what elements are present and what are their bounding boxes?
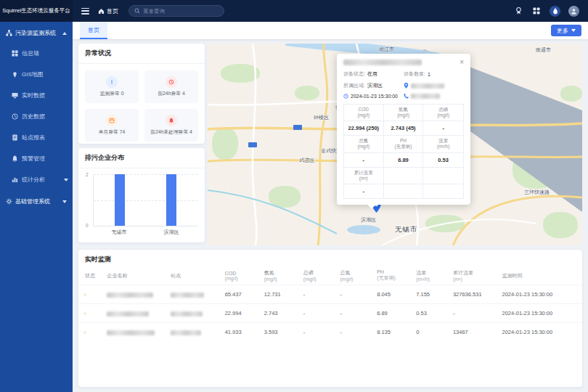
popup-measurement-grid: COD(mg/l) 氨氮(mg/l) 总磷(mg/l) 22.994 (250)… xyxy=(343,104,464,199)
table-header-row: 状态 企业名称 站点 COD(mg/l) 氨氮(mg/l) 总磷(mg/l) 总… xyxy=(78,268,582,285)
report-doc-icon xyxy=(12,134,18,141)
redacted-address xyxy=(411,83,444,89)
sidebar-item-statistics[interactable]: 统计分析 xyxy=(0,169,73,190)
tile-text: 本月异常 74 xyxy=(99,128,126,136)
gis-map[interactable]: 靖江市 南通市 江阴市 常州市 钟楼区 金武快速路 武进区 滨湖区 无锡市 三环… xyxy=(208,44,582,245)
table-row[interactable]: 22.994 2.743 - - 6.89 0.53 - 2024-01-23 … xyxy=(78,303,582,322)
grid-header-empty xyxy=(423,168,463,184)
sidebar-item-history-data[interactable]: 历史数据 xyxy=(0,106,73,127)
map-label: 三环快速路 xyxy=(524,189,550,196)
popup-row-time: 2024-01-23 15:30:00 xyxy=(343,94,464,99)
menu-search[interactable] xyxy=(128,5,224,17)
user-avatar[interactable] xyxy=(568,6,579,17)
chart-plot-area: 2 0 xyxy=(93,174,197,226)
bar-wuxi xyxy=(115,174,125,226)
map-pin-icon xyxy=(12,71,18,78)
redacted-company xyxy=(107,330,155,335)
close-icon[interactable]: × xyxy=(460,59,464,66)
sidebar-item-info-wall[interactable]: 信息墙 xyxy=(0,43,73,64)
table-row[interactable]: 65.437 12.731 - - 8.045 7.155 327636.531… xyxy=(78,285,582,303)
road-number-badge xyxy=(293,125,302,130)
gear-icon xyxy=(6,198,12,205)
map-label: 武进区 xyxy=(299,157,314,164)
location-pin-icon xyxy=(404,83,409,89)
grid-value-empty xyxy=(384,184,424,198)
hamburger-menu-icon[interactable] xyxy=(81,8,89,15)
item-label: GIS地图 xyxy=(22,70,44,78)
tile-text: 前24h未处理异常 4 xyxy=(150,128,192,136)
y-tick: 2 xyxy=(86,172,89,177)
realtime-monitor-card: 实时监测 状态 企业名称 站点 COD(mg/l) 氨氮(mg/l) 总磷(mg… xyxy=(78,250,582,387)
breadcrumb-home[interactable]: 首页 xyxy=(98,7,118,15)
map-label: 无锡市 xyxy=(395,225,418,234)
alert-circle-icon xyxy=(106,76,118,88)
grid-value-empty xyxy=(423,184,463,198)
grid-value: - xyxy=(344,184,384,198)
award-icon[interactable] xyxy=(513,6,523,16)
item-label: 统计分析 xyxy=(22,176,45,184)
bar-chart-icon xyxy=(12,176,18,183)
item-label: 历史数据 xyxy=(22,113,45,121)
home-icon xyxy=(98,8,105,15)
chevron-down-icon xyxy=(62,200,67,203)
abnormal-tiles: 监测异常 0 前24h异常 4 本月异常 74 前24h未处理异常 4 xyxy=(78,64,205,148)
sidebar-section-pollution-monitoring[interactable]: 污染源监测系统 xyxy=(0,22,73,43)
water-drop-app-icon[interactable] xyxy=(550,6,560,17)
grid-value: 6.89 xyxy=(384,153,424,168)
tile-24h-unhandled-abnormal[interactable]: 前24h未处理异常 4 xyxy=(144,109,198,142)
grid-header: 总磷(mg/l) xyxy=(423,105,463,121)
alert-bell-icon xyxy=(12,155,18,162)
more-button[interactable]: 更多 xyxy=(551,25,581,36)
bar-chart: 2 0 无锡市 滨湖区 xyxy=(78,168,205,237)
tile-monitor-abnormal[interactable]: 监测异常 0 xyxy=(85,70,139,103)
map-label: 滨湖区 xyxy=(361,216,376,224)
sidebar-section-basic-mgmt[interactable]: 基础管理系统 xyxy=(0,190,73,211)
sidebar-item-gis-map[interactable]: GIS地图 xyxy=(0,64,73,85)
map-label: 南通市 xyxy=(536,46,551,54)
apps-grid-icon[interactable] xyxy=(531,6,542,16)
section-label: 基础管理系统 xyxy=(15,197,50,205)
sidebar-item-warning-mgmt[interactable]: 预警管理 xyxy=(0,148,73,169)
table-row[interactable]: 41.933 3.593 - - 8.135 0 13467 2024-01-2… xyxy=(78,322,582,341)
sidebar-item-site-report[interactable]: 站点报表 xyxy=(0,127,73,148)
road-number-badge xyxy=(248,142,257,147)
app-logo: Squirrel生态环境云服务平台 xyxy=(0,0,73,22)
abnormal-status-card: 异常状况 监测异常 0 前24h异常 4 本月异常 74 前24h未处理异常 4 xyxy=(78,44,205,144)
y-tick: 0 xyxy=(86,223,89,228)
search-icon xyxy=(134,8,140,14)
clock-alert-icon xyxy=(166,76,177,88)
tile-text: 监测异常 0 xyxy=(100,90,124,97)
redacted-company xyxy=(107,293,153,298)
enterprise-distribution-card: 排污企业分布 2 0 无锡市 滨湖区 xyxy=(78,148,205,242)
top-header: Squirrel生态环境云服务平台 首页 xyxy=(0,0,588,22)
redacted-company xyxy=(107,311,149,317)
grid-header-empty xyxy=(384,168,424,184)
x-label: 无锡市 xyxy=(112,229,127,236)
monitor-icon xyxy=(12,92,18,99)
sidebar-item-realtime-data[interactable]: 实时数据 xyxy=(0,85,73,106)
grid-header: 流量(m³/h) xyxy=(423,136,463,152)
phone-icon xyxy=(404,94,409,99)
station-info-popup: × 设备状态:在用 设备数量:1 所属区域:滨湖区 2024-01-23 15:… xyxy=(337,54,470,205)
tile-24h-abnormal[interactable]: 前24h异常 4 xyxy=(144,70,198,103)
x-axis-labels: 无锡市 滨湖区 xyxy=(93,226,197,236)
redacted-station xyxy=(171,293,204,298)
chart-card-title: 排污企业分布 xyxy=(78,148,205,168)
monitor-card-title: 实时监测 xyxy=(78,250,582,268)
redacted-station-name xyxy=(343,60,422,65)
clock-icon xyxy=(343,94,348,99)
tab-label: 首页 xyxy=(88,26,99,34)
section-label: 污染源监测系统 xyxy=(15,29,56,37)
redacted-station xyxy=(171,311,203,317)
tile-month-abnormal[interactable]: 本月异常 74 xyxy=(85,109,139,142)
alarm-bell-icon xyxy=(166,115,177,126)
chevron-down-icon xyxy=(64,179,68,181)
tab-home[interactable]: 首页 xyxy=(80,22,107,39)
map-label: 靖江市 xyxy=(379,46,394,53)
bars xyxy=(94,174,197,226)
grid-header: PH(无量纲) xyxy=(384,136,424,152)
header-actions xyxy=(513,6,588,17)
search-input[interactable] xyxy=(143,8,219,15)
item-label: 信息墙 xyxy=(22,49,39,57)
grid-header: COD(mg/l) xyxy=(344,105,384,121)
